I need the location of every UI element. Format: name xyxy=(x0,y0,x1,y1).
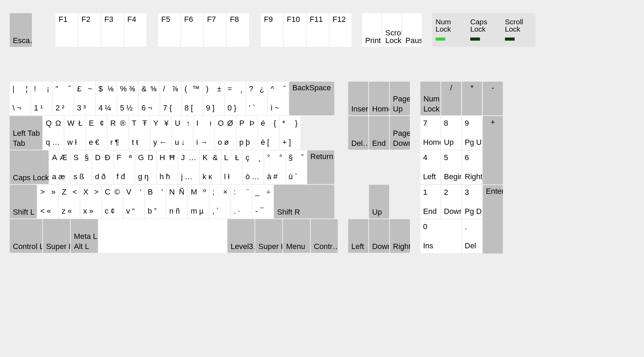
key-numpad-6[interactable]: 6Right xyxy=(462,150,482,184)
key-q[interactable]: QΩq… xyxy=(43,116,64,150)
key-caps-lock[interactable]: Caps Lock xyxy=(10,150,49,184)
key-h[interactable]: HĦhħ xyxy=(157,150,178,184)
key-numpad-subtract[interactable]: - xyxy=(483,82,503,115)
key-backspace[interactable]: BackSpace xyxy=(289,82,334,115)
key-c[interactable]: C©c¢ xyxy=(102,185,123,218)
key-shift-right[interactable]: Shift R xyxy=(274,185,334,218)
key-9[interactable]: )±9] xyxy=(203,82,224,115)
key-tab[interactable]: Left TabTab xyxy=(10,116,42,150)
key-page-up[interactable]: PageUp xyxy=(390,82,410,115)
key-numpad-1[interactable]: 1End xyxy=(420,185,440,219)
key-f11[interactable]: F11 xyxy=(307,13,329,47)
key-5[interactable]: %⅜5½ xyxy=(117,82,138,115)
key-numpad-multiply[interactable]: * xyxy=(462,82,482,115)
key-super-right[interactable]: Super R xyxy=(255,219,282,253)
key-backslash[interactable]: |¦\¬ xyxy=(10,82,31,115)
key-m[interactable]: Mºmµ xyxy=(188,185,209,218)
key-arrow-right[interactable]: Right xyxy=(390,219,410,253)
key-g[interactable]: GŊgŋ xyxy=(135,150,156,184)
key-bracket-right[interactable]: *}+] xyxy=(280,116,300,150)
key-space[interactable] xyxy=(98,219,227,253)
key-t[interactable]: TŦtŧ xyxy=(129,116,150,150)
key-arrow-up[interactable]: Up xyxy=(369,185,389,218)
key-j[interactable]: J…j… xyxy=(178,150,199,184)
key-r[interactable]: R®r¶ xyxy=(108,116,128,150)
key-numpad-add[interactable]: + xyxy=(483,116,503,184)
key-comma[interactable]: ;×,´ xyxy=(209,185,230,218)
key-pause[interactable]: Pause xyxy=(402,13,422,47)
key-f9[interactable]: F9 xyxy=(261,13,283,47)
key-e[interactable]: E¢e€ xyxy=(86,116,107,150)
key-print[interactable]: Print xyxy=(362,13,381,47)
key-num-lock[interactable]: NumLock xyxy=(420,82,440,115)
key-arrow-left[interactable]: Left xyxy=(348,219,368,253)
key-z[interactable]: Z<z« xyxy=(59,185,80,218)
key-f4[interactable]: F4 xyxy=(124,13,146,47)
key-7[interactable]: /⅞7{ xyxy=(160,82,181,115)
key-numpad-4[interactable]: 4Left xyxy=(420,150,440,184)
key-numpad-7[interactable]: 7Home xyxy=(420,116,440,150)
key-apostrophe[interactable]: ?¿'` xyxy=(246,82,267,115)
key-escape[interactable]: Esca… xyxy=(10,13,32,47)
key-f10[interactable]: F10 xyxy=(284,13,306,47)
key-arrow-down[interactable]: Down xyxy=(369,219,389,253)
key-igrave[interactable]: ^ˆì~ xyxy=(268,82,289,115)
key-ograve[interactable]: ç¸ò… xyxy=(243,150,264,184)
key-control-left[interactable]: Control L xyxy=(10,219,42,253)
key-k[interactable]: K&kĸ xyxy=(200,150,221,184)
key-3[interactable]: £~3³ xyxy=(74,82,95,115)
key-v[interactable]: V‘v“ xyxy=(123,185,144,218)
key-1[interactable]: !¡1¹ xyxy=(31,82,52,115)
key-p[interactable]: PÞpþ xyxy=(237,116,257,150)
key-f6[interactable]: F6 xyxy=(181,13,203,47)
key-numpad-divide[interactable]: / xyxy=(441,82,461,115)
key-f3[interactable]: F3 xyxy=(101,13,123,47)
key-minus[interactable]: _÷-¯ xyxy=(252,185,273,218)
key-scroll-lock[interactable]: Scroll Lock xyxy=(382,13,402,47)
key-page-down[interactable]: PageDown xyxy=(390,116,410,150)
key-menu[interactable]: Menu xyxy=(283,219,310,253)
key-level3-shift[interactable]: Level3… xyxy=(227,219,255,253)
key-ugrave[interactable]: §˘ù` xyxy=(286,150,307,184)
key-bracket-left[interactable]: é{è[ xyxy=(258,116,279,150)
key-end[interactable]: End xyxy=(369,116,389,150)
key-agrave[interactable]: °°à# xyxy=(264,150,285,184)
key-numpad-enter[interactable]: Enter xyxy=(483,185,503,254)
key-f1[interactable]: F1 xyxy=(55,13,78,47)
key-f2[interactable]: F2 xyxy=(78,13,101,47)
key-8[interactable]: (™8[ xyxy=(182,82,203,115)
key-home[interactable]: Home xyxy=(369,82,389,115)
key-shift-left[interactable]: Shift L xyxy=(10,185,37,218)
key-numpad-2[interactable]: 2Down xyxy=(441,185,461,219)
key-4[interactable]: $⅛4¼ xyxy=(96,82,117,115)
key-f12[interactable]: F12 xyxy=(329,13,352,47)
key-o[interactable]: OØoø xyxy=(215,116,236,150)
key-period[interactable]: :¨.· xyxy=(231,185,252,218)
key-w[interactable]: WŁwł xyxy=(65,116,85,150)
key-f7[interactable]: F7 xyxy=(204,13,226,47)
key-insert[interactable]: Insert xyxy=(348,82,368,115)
key-2[interactable]: "˝2² xyxy=(53,82,74,115)
key-y[interactable]: Y¥y← xyxy=(151,116,171,150)
key-lessthan[interactable]: >»<« xyxy=(37,185,58,218)
key-alt-left[interactable]: Meta LAlt L xyxy=(71,219,98,253)
key-control-right[interactable]: Contr… xyxy=(311,219,338,253)
key-f[interactable]: Fªfđ xyxy=(114,150,135,184)
key-delete[interactable]: Del… xyxy=(348,116,368,150)
key-s[interactable]: S§sß xyxy=(71,150,92,184)
key-numpad-9[interactable]: 9Pg Up xyxy=(462,116,482,150)
key-f8[interactable]: F8 xyxy=(227,13,249,47)
key-x[interactable]: X>x» xyxy=(80,185,101,218)
key-numpad-5[interactable]: 5Begin xyxy=(441,150,461,184)
key-b[interactable]: B’b” xyxy=(145,185,166,218)
key-numpad-8[interactable]: 8Up xyxy=(441,116,461,150)
key-u[interactable]: U↑u↓ xyxy=(172,116,193,150)
key-f5[interactable]: F5 xyxy=(158,13,180,47)
key-0[interactable]: =¸0} xyxy=(225,82,246,115)
key-numpad-0[interactable]: 0Ins xyxy=(420,219,461,253)
key-return[interactable]: Return xyxy=(307,150,334,184)
key-numpad-3[interactable]: 3Pg Dn xyxy=(462,185,482,219)
key-super-left[interactable]: Super L xyxy=(43,219,70,253)
key-n[interactable]: NÑnñ xyxy=(166,185,187,218)
key-6[interactable]: &⅝6¬ xyxy=(139,82,160,115)
